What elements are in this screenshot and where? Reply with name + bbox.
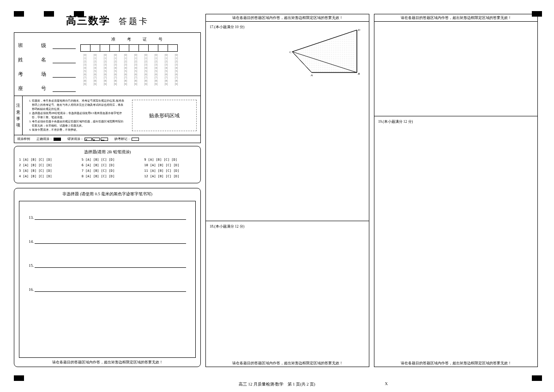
- page-title-main: 高三数学: [66, 14, 110, 28]
- student-info-box: 班 级 姓 名 考 场 座 号 准 考 证 号 [0][0][0][0][0][…: [14, 32, 201, 96]
- q18-area[interactable]: 18.(本小题满分 12 分): [206, 221, 369, 360]
- q19-top-area[interactable]: [374, 21, 537, 116]
- warning-text: 请在各题目的答题区域内作答，超出矩形边框限定区域的答案无效！: [19, 360, 196, 365]
- exam-number-bubbles[interactable]: [0][0][0][0][0][0][0][0][0][0][1][1][1][…: [80, 54, 197, 85]
- svg-marker-1: [292, 30, 357, 72]
- name-label: 姓 名: [18, 56, 53, 63]
- free-response-section: 非选择题 (请使用 0.5 毫米的黑色字迹签字笔书写) 13. 14. 15. …: [14, 188, 201, 367]
- q17-area[interactable]: 17.(本小题满分 10 分) C A B: [206, 21, 369, 221]
- q19-area[interactable]: 19.(本小题满分 12 分): [374, 116, 537, 360]
- svg-text:B: B: [358, 72, 360, 76]
- mcq-title: 选择题(请用 2B 铅笔填涂): [19, 149, 196, 155]
- page-title-sub: 答题卡: [119, 16, 149, 27]
- missing-mark-icon: [132, 138, 139, 141]
- exam-number-boxes[interactable]: [80, 44, 197, 52]
- name-field[interactable]: [53, 58, 76, 63]
- notice-heading: 注意事项: [14, 96, 23, 135]
- q15-field[interactable]: [35, 267, 186, 268]
- page-footer: 高三 12 月质量检测·数学 第 1 页(共 2 页) X: [0, 381, 554, 387]
- svg-text:D: D: [357, 28, 360, 32]
- q15-label: 15.: [29, 263, 34, 268]
- class-field[interactable]: [53, 43, 76, 49]
- q14-label: 14.: [29, 239, 34, 244]
- mcq-grid[interactable]: 1 [A] [B] [C] [D]5 [A] [B] [C] [D]9 [A] …: [19, 158, 196, 178]
- q16-label: 16.: [29, 287, 34, 292]
- q16-field[interactable]: [35, 291, 186, 292]
- exam-number-title: 准 考 证 号: [80, 36, 197, 42]
- answer-column-3: 请在各题目的答题区域内作答，超出矩形边框限定区域的答案无效！ 19.(本小题满分…: [374, 14, 538, 367]
- seat-label: 座 号: [18, 85, 53, 92]
- warning-text: 请在各题目的答题区域内作答，超出矩形边框限定区域的答案无效！: [206, 14, 369, 21]
- warning-text: 请在各题目的答题区域内作答，超出矩形边框限定区域的答案无效！: [374, 360, 537, 367]
- class-label: 班 级: [18, 42, 53, 49]
- svg-text:C: C: [289, 50, 292, 54]
- warning-text: 请在各题目的答题区域内作答，超出矩形边框限定区域的答案无效！: [206, 360, 369, 367]
- room-label: 考 场: [18, 71, 53, 78]
- barcode-area: 贴条形码区域: [132, 100, 197, 131]
- answer-column-2: 请在各题目的答题区域内作答，超出矩形边框限定区域的答案无效！ 17.(本小题满分…: [205, 14, 369, 367]
- fill-example-label: 填涂样例: [17, 137, 30, 141]
- notice-item: 选择题必须使用2B铅笔填涂；非选择题必须使用0.5毫米黑色墨水签字笔作答，字体工…: [32, 111, 125, 120]
- fill-example-box: 填涂样例 正确填涂： 错误填涂： ✕ ● ▬ 缺考标记：: [14, 135, 201, 143]
- mcq-section: 选择题(请用 2B 铅笔填涂) 1 [A] [B] [C] [D]5 [A] […: [14, 146, 201, 183]
- notice-item: 考生必须在答题卡各题目的规定答题区域内答题，超出答题区域范围书写的答案无效；在草…: [32, 120, 125, 128]
- notice-box: 注意事项 答题前，考生务必清楚地将自己的姓名、准考证号填写在规定的位置,核准条形…: [14, 96, 201, 135]
- q18-label: 18.(本小题满分 12 分): [210, 224, 365, 229]
- svg-text:A: A: [310, 73, 313, 77]
- triangle-figure: C A B D: [289, 26, 362, 77]
- seat-field[interactable]: [53, 86, 76, 92]
- warning-text: 请在各题目的答题区域内作答，超出矩形边框限定区域的答案无效！: [374, 14, 537, 21]
- q14-field[interactable]: [35, 243, 186, 244]
- room-field[interactable]: [53, 72, 76, 78]
- footer-x: X: [385, 381, 388, 386]
- wrong-fill-icon: ✕: [84, 138, 92, 141]
- correct-fill-icon: [54, 138, 61, 141]
- q19-label: 19.(本小题满分 12 分): [378, 119, 534, 124]
- notice-item: 保持卡面清洁，不准折叠，不得弄破。: [32, 128, 125, 132]
- notice-item: 答题前，考生务必清楚地将自己的姓名、准考证号填写在规定的位置,核准条形码上的准考…: [32, 99, 125, 111]
- q13-field[interactable]: [35, 219, 186, 220]
- q13-label: 13.: [29, 215, 34, 220]
- free-response-title: 非选择题 (请使用 0.5 毫米的黑色字迹签字笔书写): [19, 191, 196, 197]
